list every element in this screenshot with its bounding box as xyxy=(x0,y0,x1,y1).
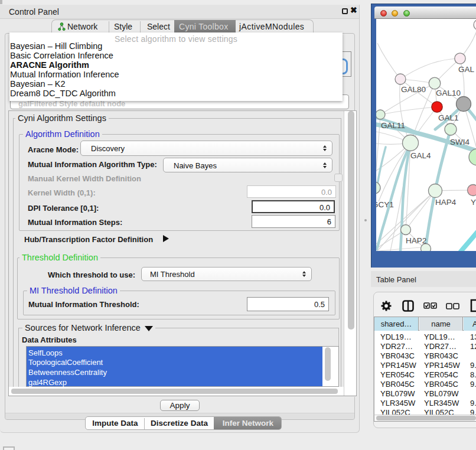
svg-text:HAP4: HAP4 xyxy=(435,198,457,207)
svg-text:GAL80: GAL80 xyxy=(401,85,426,94)
svg-text:HAP2: HAP2 xyxy=(406,236,426,245)
svg-text:SWI4: SWI4 xyxy=(450,138,470,146)
svg-text:GAL4: GAL4 xyxy=(410,151,431,160)
svg-text:GCY1: GCY1 xyxy=(376,200,394,209)
svg-text:GAL1: GAL1 xyxy=(438,113,459,122)
svg-text:GAL11: GAL11 xyxy=(381,121,405,130)
svg-text:GAL: GAL xyxy=(458,65,475,74)
svg-text:Y: Y xyxy=(471,198,476,207)
svg-text:GAL10: GAL10 xyxy=(436,89,461,97)
